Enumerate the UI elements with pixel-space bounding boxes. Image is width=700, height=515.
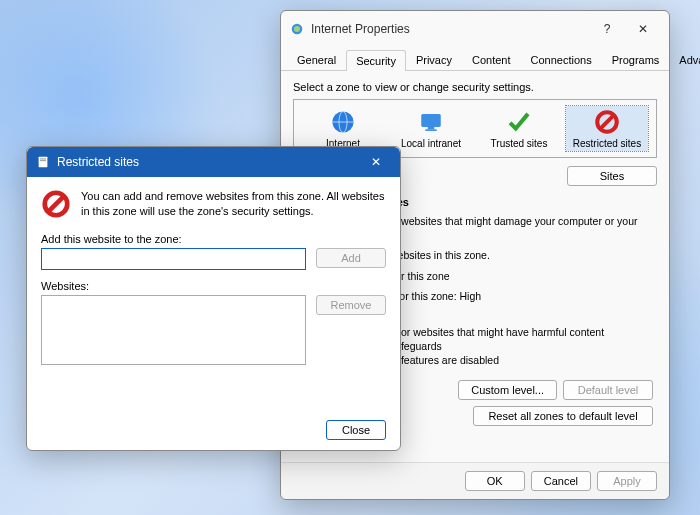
zone-label-trusted: Trusted sites — [480, 138, 558, 149]
svg-line-14 — [48, 196, 65, 213]
add-website-input[interactable] — [41, 248, 306, 270]
svg-rect-6 — [428, 127, 435, 129]
modal-intro-text: You can add and remove websites from thi… — [81, 189, 386, 219]
zone-local-intranet[interactable]: Local intranet — [390, 106, 472, 151]
globe-icon — [329, 108, 357, 136]
prohibit-icon — [593, 108, 621, 136]
tab-privacy[interactable]: Privacy — [406, 49, 462, 70]
check-icon — [505, 108, 533, 136]
tab-content[interactable]: Content — [462, 49, 521, 70]
custom-level-button[interactable]: Custom level... — [458, 380, 557, 400]
main-footer: OK Cancel Apply — [281, 462, 669, 499]
svg-line-9 — [600, 115, 615, 130]
prohibit-large-icon — [41, 189, 71, 219]
zone-trusted-sites[interactable]: Trusted sites — [478, 106, 560, 151]
websites-label: Websites: — [41, 280, 386, 292]
default-level-button[interactable]: Default level — [563, 380, 653, 400]
svg-rect-12 — [40, 160, 46, 161]
reset-all-button[interactable]: Reset all zones to default level — [473, 406, 653, 426]
zone-internet[interactable]: Internet — [302, 106, 384, 151]
tab-advanced[interactable]: Advanced — [669, 49, 700, 70]
add-button[interactable]: Add — [316, 248, 386, 268]
main-titlebar: Internet Properties ? ✕ — [281, 11, 669, 47]
modal-titlebar: Restricted sites ✕ — [27, 147, 400, 177]
zone-restricted-sites[interactable]: Restricted sites — [566, 106, 648, 151]
tab-programs[interactable]: Programs — [602, 49, 670, 70]
restricted-sites-dialog: Restricted sites ✕ You can add and remov… — [26, 146, 401, 451]
remove-button[interactable]: Remove — [316, 295, 386, 315]
modal-body: You can add and remove websites from thi… — [27, 177, 400, 387]
websites-listbox[interactable] — [41, 295, 306, 365]
modal-footer: Close — [27, 410, 400, 450]
zone-label-intranet: Local intranet — [392, 138, 470, 149]
tab-strip: General Security Privacy Content Connect… — [281, 49, 669, 71]
app-icon — [289, 21, 305, 37]
zone-label-restricted: Restricted sites — [568, 138, 646, 149]
svg-rect-11 — [40, 159, 46, 160]
modal-title: Restricted sites — [57, 155, 139, 169]
tab-connections[interactable]: Connections — [520, 49, 601, 70]
sites-button[interactable]: Sites — [567, 166, 657, 186]
help-button[interactable]: ? — [589, 17, 625, 41]
cancel-button[interactable]: Cancel — [531, 471, 591, 491]
svg-rect-7 — [425, 129, 436, 131]
tab-security[interactable]: Security — [346, 50, 406, 71]
add-website-label: Add this website to the zone: — [41, 233, 386, 245]
main-title: Internet Properties — [311, 22, 410, 36]
zone-instruction: Select a zone to view or change security… — [293, 81, 657, 93]
tab-general[interactable]: General — [287, 49, 346, 70]
ok-button[interactable]: OK — [465, 471, 525, 491]
svg-rect-10 — [39, 157, 48, 168]
close-window-button[interactable]: ✕ — [625, 17, 661, 41]
modal-close-x[interactable]: ✕ — [360, 152, 392, 172]
svg-rect-5 — [421, 114, 441, 127]
apply-button[interactable]: Apply — [597, 471, 657, 491]
monitor-icon — [417, 108, 445, 136]
modal-close-button[interactable]: Close — [326, 420, 386, 440]
dialog-icon — [35, 154, 51, 170]
svg-point-1 — [294, 26, 300, 32]
